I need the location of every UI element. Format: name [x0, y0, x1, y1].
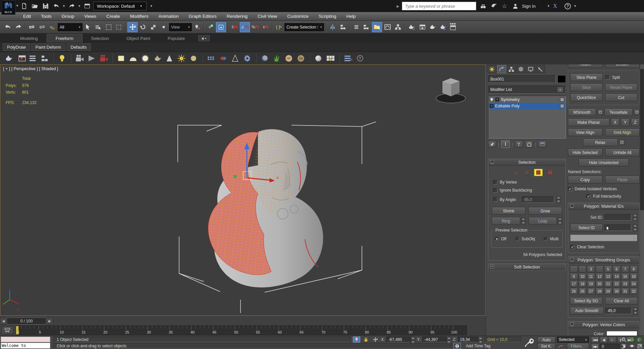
smoothing-group-button-3[interactable]: 3: [587, 266, 595, 272]
array-tool-icon[interactable]: [206, 53, 216, 63]
full-interactivity-checkbox[interactable]: ✓: [586, 194, 591, 199]
select-and-manipulate-icon[interactable]: +: [206, 22, 216, 32]
menu-customize[interactable]: Customize: [282, 12, 314, 20]
tab-motion-icon[interactable]: [517, 65, 526, 73]
soft-selection-rollout[interactable]: + Soft Selection: [488, 263, 566, 271]
smoothing-group-button-31[interactable]: 31: [621, 288, 629, 295]
radio-off[interactable]: [495, 237, 499, 241]
remove-modifier-icon[interactable]: [525, 141, 533, 148]
new-scene-button[interactable]: [19, 1, 29, 11]
snaps-toggle-3d-icon[interactable]: 3: [229, 22, 239, 32]
menu-help[interactable]: Help: [341, 12, 361, 20]
select-id-button[interactable]: Select ID: [570, 224, 603, 232]
use-pivot-point-icon[interactable]: ▼: [192, 22, 202, 32]
copy-button[interactable]: Copy: [568, 176, 602, 184]
sphere-tan-icon[interactable]: [189, 53, 199, 63]
smoothing-group-button-22[interactable]: 22: [613, 281, 621, 287]
tab-create-icon[interactable]: [487, 65, 496, 73]
app-menu-button[interactable]: MAX: [1, 1, 15, 15]
grid-align-button[interactable]: Grid Align: [605, 129, 640, 136]
app-menu-caret[interactable]: ▼: [16, 4, 19, 7]
set-key-button[interactable]: Set K.: [537, 343, 555, 349]
smoothing-group-button-24[interactable]: 24: [630, 281, 638, 287]
search-icon[interactable]: [479, 2, 487, 10]
selection-rollout-header[interactable]: _ Selection: [488, 159, 566, 166]
ring-spinner[interactable]: ▲▼: [521, 217, 526, 225]
ribbon-subtab-defaults[interactable]: Defaults: [66, 43, 91, 51]
x-coord-spinner[interactable]: ▲▼: [411, 337, 415, 344]
smoothing-group-button-30[interactable]: 30: [613, 288, 621, 295]
select-and-move-icon[interactable]: [127, 22, 138, 32]
axis-z-button[interactable]: Z: [631, 118, 640, 126]
pan-hand-icon[interactable]: [621, 343, 628, 349]
smoothing-group-button-13[interactable]: 13: [604, 273, 612, 280]
delete-isolated-row[interactable]: ✓ Delete Isolated Vertices: [568, 187, 640, 191]
scrollbar-thumb[interactable]: [640, 69, 644, 210]
smoothing-group-button-6[interactable]: 6: [613, 266, 621, 272]
expand-plus-icon[interactable]: +: [490, 104, 493, 108]
default-in-out-tangent-icon[interactable]: [557, 343, 564, 349]
smoothing-group-button-20[interactable]: 20: [596, 281, 604, 287]
zoom-icon[interactable]: [621, 337, 628, 343]
workspace-dropdown[interactable]: Workspace: Default ▼: [93, 2, 147, 10]
maxscript-file-icon[interactable]: ◀: [343, 53, 353, 63]
preview-option-off[interactable]: Off: [495, 237, 506, 241]
ribbon-tab-freeform[interactable]: Freeform: [47, 34, 83, 43]
ribbon-subtab-polydraw[interactable]: PolyDraw: [3, 43, 30, 51]
attach-button[interactable]: Attach: [568, 64, 602, 68]
clear-selection-checkbox[interactable]: ✓: [570, 245, 575, 249]
collapse-icon[interactable]: _: [570, 204, 574, 208]
smoothing-group-button-25[interactable]: 25: [570, 288, 578, 295]
menu-edit[interactable]: Edit: [18, 12, 36, 20]
smoothing-group-button-27[interactable]: 27: [587, 288, 595, 295]
open-file-button[interactable]: [30, 1, 40, 11]
menu-graph-editors[interactable]: Graph Editors: [183, 12, 221, 20]
edit-named-selection-sets-icon[interactable]: { }✎: [274, 22, 284, 32]
ribbon-minimize-icon[interactable]: ▣ ▾: [198, 35, 210, 41]
menu-scripting[interactable]: Scripting: [314, 12, 341, 20]
smoothing-groups-header[interactable]: _ Polygon: Smoothing Groups: [568, 257, 639, 263]
stack-item-editable-poly[interactable]: +Editable Poly: [489, 103, 565, 109]
msmooth-button[interactable]: MSmooth: [568, 108, 596, 116]
full-interactivity-row[interactable]: ✓ Full Interactivity: [568, 194, 640, 199]
make-planar-button[interactable]: Make Planar: [568, 118, 609, 126]
signin-caret[interactable]: ▼: [547, 4, 550, 8]
menu-civil-view[interactable]: Civil View: [253, 12, 282, 20]
panel-scrollbar[interactable]: [640, 64, 644, 336]
element-mode-icon[interactable]: [546, 169, 554, 176]
tab-utilities-icon[interactable]: [536, 65, 545, 73]
cone-primitive-icon[interactable]: [164, 53, 174, 63]
mirror-icon[interactable]: [327, 22, 337, 32]
keyboard-shortcut-override-icon[interactable]: ▲: [216, 22, 226, 32]
axis-y-button[interactable]: Y: [621, 118, 630, 126]
smoothing-group-button-17[interactable]: 17: [570, 281, 578, 287]
smoothing-group-button-21[interactable]: 21: [604, 281, 612, 287]
slice-plane-button[interactable]: Slice Plane: [570, 73, 603, 81]
help-icon[interactable]: ?: [565, 3, 571, 9]
hide-selected-button[interactable]: Hide Selected: [568, 149, 602, 156]
zoom-extents-all-icon[interactable]: [636, 337, 643, 343]
collapse-icon[interactable]: _: [490, 160, 494, 164]
material-editor-window-icon[interactable]: [28, 53, 38, 63]
tessellate-button[interactable]: Tessellate: [604, 108, 633, 116]
communication-center-icon[interactable]: [490, 2, 498, 10]
select-and-link-icon[interactable]: [26, 22, 37, 32]
tessellate-settings-icon[interactable]: [634, 109, 640, 115]
detach-button[interactable]: Detach: [605, 64, 640, 68]
project-folder-button[interactable]: [83, 1, 92, 11]
teapot-shortcut-icon[interactable]: [3, 53, 13, 63]
smoothing-group-button-19[interactable]: 19: [587, 281, 595, 287]
cut-button[interactable]: Cut: [605, 94, 637, 101]
ribbon-tab-object-paint[interactable]: Object Paint: [118, 34, 159, 43]
auto-key-button[interactable]: Auto: [537, 337, 555, 343]
prev-frame-arrow[interactable]: ◀: [0, 317, 7, 325]
layer-manager-icon[interactable]: [362, 22, 372, 32]
ribbon-tab-selection[interactable]: Selection: [83, 34, 118, 43]
selection-filter-dropdown[interactable]: All∨: [58, 23, 83, 31]
search-input[interactable]: [402, 2, 476, 10]
play-animation-icon[interactable]: ▷: [608, 337, 616, 343]
clear-all-button[interactable]: Clear All: [605, 297, 638, 305]
next-frame-arrow[interactable]: ▶: [46, 317, 53, 325]
vertex-colors-header[interactable]: _ Polygon: Vertex Colors: [568, 321, 639, 328]
paste-button[interactable]: Paste: [605, 176, 640, 184]
